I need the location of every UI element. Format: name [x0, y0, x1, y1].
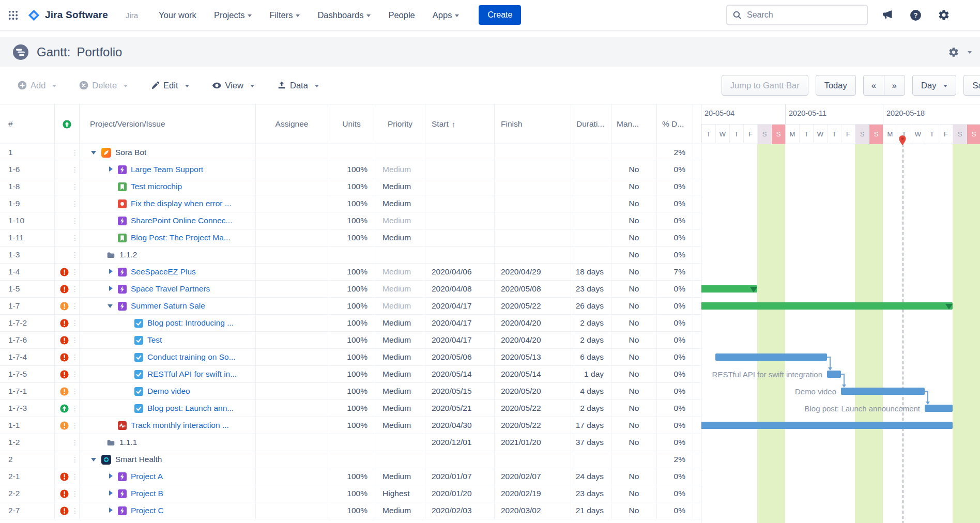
- column-header-pct[interactable]: % D...: [657, 104, 693, 144]
- column-header-units[interactable]: Units: [328, 104, 375, 144]
- drag-handle-icon[interactable]: ⋮: [71, 182, 79, 191]
- gantt-bar[interactable]: [701, 302, 953, 310]
- table-row[interactable]: 1-8⋮Test microchip100%MediumNo0%: [0, 178, 701, 195]
- expand-arrow-icon[interactable]: [106, 506, 115, 515]
- table-row[interactable]: 1-11⋮Blog Post: The Project Ma...100%Med…: [0, 229, 701, 247]
- view-button[interactable]: View: [212, 81, 254, 90]
- issue-name[interactable]: Test microchip: [131, 182, 182, 191]
- drag-handle-icon[interactable]: ⋮: [71, 199, 79, 208]
- table-row[interactable]: 1-10⋮SharePoint Online Connec...100%Medi…: [0, 212, 701, 229]
- drag-handle-icon[interactable]: ⋮: [71, 217, 79, 225]
- jira-logo[interactable]: Jira Software: [27, 9, 108, 22]
- expand-arrow-icon[interactable]: [106, 489, 115, 498]
- table-row[interactable]: 2-2⋮Project B100%Highest2020/01/202020/0…: [0, 485, 701, 502]
- drag-handle-icon[interactable]: ⋮: [71, 506, 79, 515]
- add-button[interactable]: Add: [18, 81, 56, 90]
- today-button[interactable]: Today: [816, 75, 856, 96]
- drag-handle-icon[interactable]: ⋮: [71, 285, 79, 293]
- drag-handle-icon[interactable]: ⋮: [71, 319, 79, 327]
- issue-name[interactable]: Space Travel Partners: [131, 284, 210, 294]
- drag-handle-icon[interactable]: ⋮: [71, 489, 79, 498]
- drag-handle-icon[interactable]: ⋮: [71, 251, 79, 259]
- nav-item-dashboards[interactable]: Dashboards: [317, 10, 371, 20]
- collapse-arrow-icon[interactable]: [106, 302, 115, 310]
- column-header-assignee[interactable]: Assignee: [256, 104, 328, 144]
- delete-button[interactable]: Delete: [79, 81, 128, 90]
- chevron-down-icon[interactable]: [968, 51, 972, 54]
- column-header-num[interactable]: #: [0, 104, 55, 144]
- gantt-bar[interactable]: [701, 422, 953, 429]
- issue-name[interactable]: Conduct training on So...: [147, 352, 236, 362]
- table-row[interactable]: 1-7⋮Summer Saturn Sale100%Medium2020/04/…: [0, 298, 701, 315]
- data-button[interactable]: Data: [277, 81, 319, 90]
- gantt-bar[interactable]: [715, 353, 827, 361]
- table-row[interactable]: 2⋮Smart Health2%: [0, 451, 701, 468]
- nav-item-apps[interactable]: Apps: [433, 10, 460, 20]
- drag-handle-icon[interactable]: ⋮: [71, 404, 79, 412]
- column-header-start[interactable]: Start↑: [425, 104, 495, 144]
- table-row[interactable]: 1-7-6⋮Test100%Medium2020/04/172020/04/20…: [0, 332, 701, 349]
- issue-name[interactable]: Project A: [131, 472, 163, 481]
- expand-arrow-icon[interactable]: [106, 268, 115, 276]
- expand-arrow-icon[interactable]: [106, 472, 115, 481]
- prev-period-button[interactable]: «: [863, 75, 884, 96]
- drag-handle-icon[interactable]: ⋮: [71, 438, 79, 447]
- nav-item-filters[interactable]: Filters: [269, 10, 300, 20]
- issue-name[interactable]: Project C: [131, 506, 164, 515]
- table-row[interactable]: 2-7⋮Project C100%Medium2020/02/032020/03…: [0, 502, 701, 519]
- drag-handle-icon[interactable]: ⋮: [71, 268, 79, 276]
- edit-button[interactable]: Edit: [150, 81, 189, 90]
- issue-name[interactable]: Blog post: Launch ann...: [147, 404, 234, 413]
- collapse-arrow-icon[interactable]: [90, 455, 98, 464]
- table-row[interactable]: 1-9⋮Fix the display when error ...100%Me…: [0, 195, 701, 212]
- drag-handle-icon[interactable]: ⋮: [71, 234, 79, 242]
- table-row[interactable]: 1-4⋮SeeSpaceEZ Plus100%Medium2020/04/062…: [0, 264, 701, 281]
- drag-handle-icon[interactable]: ⋮: [71, 370, 79, 378]
- settings-gear-icon[interactable]: [938, 9, 950, 21]
- drag-handle-icon[interactable]: ⋮: [71, 353, 79, 361]
- table-row[interactable]: 1-6⋮Large Team Support100%MediumNo0%: [0, 161, 701, 178]
- issue-name[interactable]: Summer Saturn Sale: [131, 301, 205, 311]
- column-header-finish[interactable]: Finish: [495, 104, 571, 144]
- nav-item-projects[interactable]: Projects: [214, 10, 252, 20]
- column-header-health[interactable]: [55, 104, 80, 144]
- gadget-settings-icon[interactable]: [948, 47, 959, 58]
- today-marker-icon[interactable]: [899, 135, 906, 147]
- collapse-arrow-icon[interactable]: [90, 148, 98, 157]
- issue-name[interactable]: Blog post: Introducing ...: [147, 318, 234, 328]
- drag-handle-icon[interactable]: ⋮: [71, 148, 79, 157]
- column-header-name[interactable]: Project/Version/Issue: [80, 104, 256, 144]
- gantt-bar[interactable]: [827, 371, 841, 378]
- nav-item-people[interactable]: People: [388, 10, 415, 20]
- drag-handle-icon[interactable]: ⋮: [71, 387, 79, 395]
- table-row[interactable]: 1-7-1⋮Demo video100%Medium2020/05/152020…: [0, 383, 701, 400]
- expand-arrow-icon[interactable]: [106, 285, 115, 293]
- gantt-bar[interactable]: [841, 388, 925, 395]
- table-row[interactable]: 1-3⋮1.1.2No0%: [0, 247, 701, 264]
- table-row[interactable]: 1-5⋮Space Travel Partners100%Medium2020/…: [0, 281, 701, 298]
- app-switcher-icon[interactable]: [7, 9, 19, 21]
- issue-name[interactable]: RESTful API for swift in...: [147, 370, 237, 379]
- announcements-icon[interactable]: [881, 9, 894, 21]
- save-button[interactable]: Save: [963, 75, 980, 96]
- issue-name[interactable]: Blog Post: The Project Ma...: [131, 233, 231, 242]
- table-row[interactable]: 1-1⋮Track monthly interaction ...100%Med…: [0, 417, 701, 434]
- search-input[interactable]: [746, 10, 862, 20]
- issue-name[interactable]: Project B: [131, 489, 163, 498]
- issue-name[interactable]: SeeSpaceEZ Plus: [131, 267, 196, 276]
- drag-handle-icon[interactable]: ⋮: [71, 421, 79, 429]
- jump-to-gantt-bar-button[interactable]: Jump to Gantt Bar: [722, 75, 808, 96]
- next-period-button[interactable]: »: [884, 75, 905, 96]
- table-row[interactable]: 2-1⋮Project A100%Medium2020/01/072020/02…: [0, 468, 701, 485]
- table-row[interactable]: 1-7-2⋮Blog post: Introducing ...100%Medi…: [0, 315, 701, 332]
- column-header-manual[interactable]: Man...: [611, 104, 657, 144]
- issue-name[interactable]: Large Team Support: [131, 165, 203, 174]
- gantt-bar[interactable]: [925, 405, 953, 412]
- issue-name[interactable]: Demo video: [147, 387, 190, 396]
- create-button[interactable]: Create: [479, 5, 521, 25]
- table-row[interactable]: 1-2⋮1.1.12020/12/012021/01/2037 daysNo0%: [0, 434, 701, 451]
- issue-name[interactable]: Fix the display when error ...: [131, 199, 232, 208]
- table-row[interactable]: 1-7-4⋮Conduct training on So...100%Mediu…: [0, 349, 701, 366]
- issue-name[interactable]: SharePoint Online Connec...: [131, 216, 232, 225]
- issue-name[interactable]: Track monthly interaction ...: [131, 421, 229, 430]
